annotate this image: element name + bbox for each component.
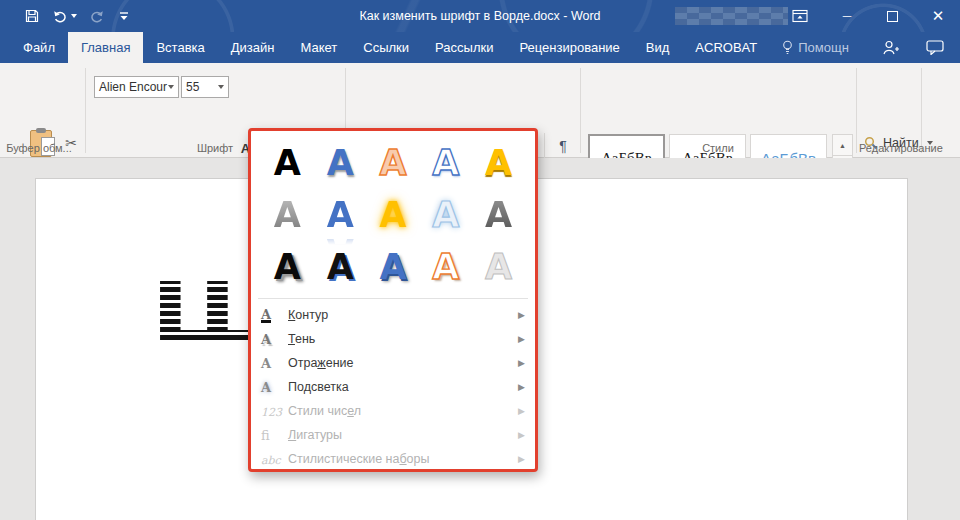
text-effects-gallery: A A A A A A A A A A A A A A A xyxy=(251,131,535,293)
lightbulb-icon xyxy=(782,40,793,55)
effect-blue-reflection[interactable]: A xyxy=(314,189,367,241)
effect-outline-orange-shadow[interactable]: A xyxy=(419,241,472,293)
tab-layout[interactable]: Макет xyxy=(287,32,350,63)
maximize-button[interactable] xyxy=(871,0,913,32)
glow-a-icon: A xyxy=(261,380,271,395)
effect-black-blue-shadow[interactable]: A xyxy=(314,241,367,293)
text-effects-menu: A Контур ▶ A Тень ▶ A Отражение ▶ A Подс… xyxy=(251,301,535,473)
menu-item-outline[interactable]: A Контур ▶ xyxy=(251,303,535,327)
title-bar: Как изменить шрифт в Ворде.docx - Word ─… xyxy=(0,0,960,32)
submenu-arrow-icon: ▶ xyxy=(518,454,525,464)
ribbon-display-options-button[interactable] xyxy=(782,0,818,32)
font-size-value: 55 xyxy=(186,80,199,94)
tab-mailings[interactable]: Рассылки xyxy=(422,32,506,63)
tell-me-label: Помощн xyxy=(798,40,849,55)
font-size-caret-icon xyxy=(218,85,224,89)
menu-item-glow[interactable]: A Подсветка ▶ xyxy=(251,375,535,399)
effect-outline-orange[interactable]: A xyxy=(367,137,420,189)
ribbon-display-options-icon xyxy=(792,9,808,23)
submenu-arrow-icon: ▶ xyxy=(518,358,525,368)
effect-fill-blue-shadow[interactable]: A xyxy=(314,137,367,189)
minimize-button[interactable]: ─ xyxy=(826,0,868,32)
menu-item-reflection[interactable]: A Отражение ▶ xyxy=(251,351,535,375)
font-name-caret-icon xyxy=(168,85,174,89)
stylistic-sets-icon: abc xyxy=(261,454,281,467)
submenu-arrow-icon: ▶ xyxy=(518,310,525,320)
group-divider xyxy=(85,68,86,153)
font-size-combobox[interactable]: 55 xyxy=(181,76,229,98)
editing-group-label: Редактирование xyxy=(856,142,921,154)
effect-gold-glow[interactable]: A xyxy=(367,189,420,241)
font-name-combobox[interactable]: Alien Encour xyxy=(94,76,179,98)
submenu-arrow-icon: ▶ xyxy=(518,334,525,344)
tab-references[interactable]: Ссылки xyxy=(350,32,422,63)
tab-insert[interactable]: Вставка xyxy=(143,32,217,63)
effect-outline-blue-white[interactable]: A xyxy=(419,137,472,189)
outline-a-icon: A xyxy=(261,309,271,323)
effect-lightblue-glow[interactable]: A xyxy=(419,189,472,241)
menu-item-ligatures[interactable]: fi Лигатуры ▶ xyxy=(251,423,535,447)
styles-group-label: Стили xyxy=(580,142,856,154)
menu-item-shadow[interactable]: A Тень ▶ xyxy=(251,327,535,351)
share-person-icon[interactable] xyxy=(882,40,900,55)
ligatures-icon: fi xyxy=(261,428,270,443)
effect-black-3d-shadow[interactable]: A xyxy=(261,241,314,293)
group-divider xyxy=(856,68,857,153)
tabbar-right-icons xyxy=(882,32,960,63)
tab-review[interactable]: Рецензирование xyxy=(506,32,632,63)
menu-item-stylistic-sets[interactable]: abc Стилистические наборы ▶ xyxy=(251,447,535,471)
effect-fill-black[interactable]: A xyxy=(261,137,314,189)
effect-fill-lightgray[interactable]: A xyxy=(472,241,525,293)
tell-me-tab[interactable]: Помощн xyxy=(770,32,861,63)
reflection-a-icon: A xyxy=(261,356,271,371)
tab-design[interactable]: Дизайн xyxy=(218,32,288,63)
dropdown-separator xyxy=(258,298,528,299)
clipboard-group-label: Буфер обм... xyxy=(0,142,78,154)
submenu-arrow-icon: ▶ xyxy=(518,406,525,416)
maximize-icon xyxy=(887,11,898,22)
effect-fill-gold-bevel[interactable]: A xyxy=(472,137,525,189)
number-styles-icon: 123 xyxy=(261,406,282,419)
tab-acrobat[interactable]: ACROBAT xyxy=(682,32,770,63)
submenu-arrow-icon: ▶ xyxy=(518,430,525,440)
group-divider xyxy=(580,68,581,153)
tab-view[interactable]: Вид xyxy=(633,32,683,63)
effect-gradient-gray[interactable]: A xyxy=(261,189,314,241)
effect-gradient-darkgray[interactable]: A xyxy=(472,189,525,241)
font-name-value: Alien Encour xyxy=(99,80,167,94)
shadow-a-icon: A xyxy=(261,332,271,347)
text-effects-dropdown: A A A A A A A A A A A A A A A A Контур ▶… xyxy=(248,128,538,472)
menu-item-number-styles[interactable]: 123 Стили чисел ▶ xyxy=(251,399,535,423)
comment-icon[interactable] xyxy=(926,40,944,55)
tab-home[interactable]: Главная xyxy=(68,32,143,63)
tab-file[interactable]: Файл xyxy=(10,32,68,63)
submenu-arrow-icon: ▶ xyxy=(518,382,525,392)
ribbon-tab-bar: Файл Главная Вставка Дизайн Макет Ссылки… xyxy=(0,32,960,63)
close-button[interactable]: ✕ xyxy=(916,0,960,32)
censored-account-name xyxy=(675,7,788,25)
effect-blue-3d[interactable]: A xyxy=(367,241,420,293)
